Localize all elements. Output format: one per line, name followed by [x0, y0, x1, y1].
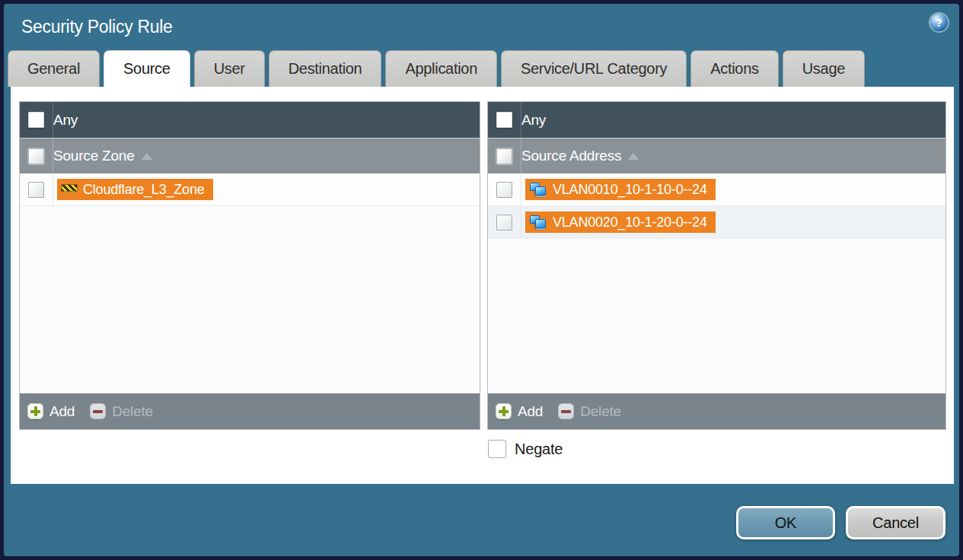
table-row: VLAN0020_10-1-20-0--24 [488, 206, 945, 239]
titlebar: Security Policy Rule ? [4, 4, 959, 50]
row-checkbox[interactable] [496, 182, 512, 198]
add-button[interactable]: Add [27, 403, 75, 420]
dialog-title: Security Policy Rule [21, 17, 173, 37]
zone-tag[interactable]: Cloudflare_L3_Zone [57, 179, 213, 200]
checkbox-column [20, 138, 53, 173]
source-zone-select-all-checkbox[interactable] [28, 148, 44, 164]
tab-source[interactable]: Source [104, 50, 190, 87]
delete-button[interactable]: Delete [558, 403, 621, 420]
source-address-select-all-checkbox[interactable] [496, 148, 512, 164]
tab-application[interactable]: Application [385, 50, 497, 87]
source-zone-panel: Any Source Zone [19, 101, 480, 430]
tab-general[interactable]: General [8, 50, 100, 87]
source-zone-any-checkbox[interactable] [28, 112, 44, 128]
checkbox-column [20, 102, 53, 138]
table-row: Cloudflare_L3_Zone [20, 173, 480, 206]
delete-button-label: Delete [112, 403, 153, 420]
address-tag[interactable]: VLAN0010_10-1-10-0--24 [525, 179, 716, 200]
source-address-column-header: Source Address [488, 138, 945, 173]
add-button-label: Add [49, 403, 75, 420]
tab-service-url-category[interactable]: Service/URL Category [501, 50, 687, 87]
source-address-any-label: Any [521, 112, 546, 129]
delete-minus-icon [558, 403, 574, 419]
dialog-outer-border: Security Policy Rule ? General Source Us… [0, 0, 963, 560]
table-row: VLAN0010_10-1-10-0--24 [488, 173, 945, 206]
tab-user[interactable]: User [194, 50, 265, 87]
tab-bar: General Source User Destination Applicat… [4, 50, 959, 87]
source-address-column-label: Source Address [521, 148, 621, 164]
security-policy-rule-dialog: Security Policy Rule ? General Source Us… [4, 4, 959, 556]
checkbox-column [488, 138, 521, 173]
add-plus-icon [496, 403, 512, 419]
zone-icon [62, 184, 77, 195]
add-button[interactable]: Add [496, 403, 543, 420]
dialog-footer: OK Cancel [4, 484, 959, 556]
checkbox-column [488, 206, 521, 238]
address-network-icon [530, 183, 547, 197]
empty-rows-area [488, 239, 945, 393]
source-zone-toolbar: Add Delete [20, 393, 480, 429]
add-plus-icon [27, 403, 43, 419]
negate-checkbox[interactable] [488, 440, 506, 458]
source-zone-any-band: Any [20, 102, 480, 138]
delete-minus-icon [90, 403, 106, 419]
sort-ascending-icon [142, 153, 152, 160]
negate-row: Negate [488, 440, 954, 458]
panels-container: Any Source Zone [11, 87, 954, 430]
source-address-panel: Any Source Address [487, 101, 946, 430]
help-icon[interactable]: ? [930, 14, 948, 31]
negate-label: Negate [515, 441, 563, 458]
source-zone-any-label: Any [53, 112, 78, 129]
tab-usage[interactable]: Usage [783, 50, 865, 87]
checkbox-column [20, 173, 53, 205]
address-network-icon [530, 215, 547, 230]
sort-ascending-icon [628, 153, 639, 160]
source-address-toolbar: Add Delete [488, 393, 945, 429]
checkbox-column [488, 102, 521, 138]
source-address-any-band: Any [488, 102, 945, 138]
ok-button[interactable]: OK [736, 506, 835, 539]
empty-rows-area [20, 206, 480, 393]
delete-button-label: Delete [580, 403, 621, 420]
checkbox-column [488, 173, 521, 205]
source-address-any-checkbox[interactable] [496, 112, 512, 128]
row-checkbox[interactable] [496, 215, 512, 231]
address-tag-label: VLAN0020_10-1-20-0--24 [553, 215, 707, 231]
address-tag[interactable]: VLAN0020_10-1-20-0--24 [525, 212, 716, 233]
add-button-label: Add [518, 403, 543, 420]
source-address-column-label-wrap[interactable]: Source Address [521, 148, 639, 164]
zone-tag-label: Cloudflare_L3_Zone [83, 182, 205, 198]
tab-destination[interactable]: Destination [269, 50, 382, 87]
cancel-button[interactable]: Cancel [846, 506, 945, 539]
source-zone-column-header: Source Zone [20, 138, 480, 173]
row-checkbox[interactable] [28, 182, 44, 198]
address-tag-label: VLAN0010_10-1-10-0--24 [553, 182, 707, 198]
source-zone-column-label-wrap[interactable]: Source Zone [53, 148, 152, 164]
source-zone-column-label: Source Zone [53, 148, 135, 164]
delete-button[interactable]: Delete [90, 403, 153, 420]
source-tab-content: Any Source Zone [11, 87, 954, 484]
tab-actions[interactable]: Actions [690, 50, 779, 87]
